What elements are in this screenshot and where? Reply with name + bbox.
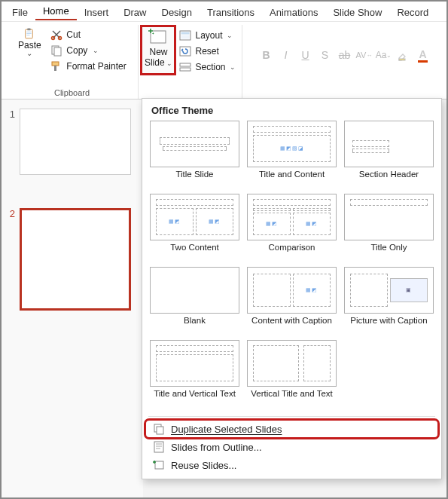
layout-content-with-caption[interactable]: ▦◩ Content with Caption xyxy=(247,267,337,335)
new-slide-button[interactable]: New Slide ⌄ xyxy=(142,26,175,74)
format-painter-button[interactable]: Format Painter xyxy=(49,60,127,73)
group-clipboard: Paste ⌄ Cut Copy ⌄ Format Painter C xyxy=(6,25,139,99)
chevron-down-icon: ⌄ xyxy=(165,60,173,67)
layout-title-slide[interactable]: Title Slide xyxy=(150,121,239,189)
menu-slides-from-outline[interactable]: Slides from Outline... xyxy=(145,438,438,456)
menu-duplicate-selected[interactable]: Duplicate Selected Slides xyxy=(145,420,438,438)
svg-rect-22 xyxy=(154,442,163,452)
svg-rect-8 xyxy=(54,47,61,56)
layout-label: Layout xyxy=(195,30,222,41)
cut-button[interactable]: Cut xyxy=(49,28,127,41)
content-icon: ▦◩ xyxy=(306,221,318,227)
section-label: Section xyxy=(195,62,225,72)
svg-rect-21 xyxy=(157,427,163,434)
content-icon: ▦◩ xyxy=(209,219,221,225)
new-slide-line2: Slide xyxy=(145,57,165,68)
layout-label: Vertical Title and Text xyxy=(247,389,337,409)
tab-animations[interactable]: Animations xyxy=(262,4,325,20)
tab-design[interactable]: Design xyxy=(154,4,200,20)
new-slide-icon xyxy=(148,29,169,47)
slide-number: 2 xyxy=(8,208,15,311)
ribbon: Paste ⌄ Cut Copy ⌄ Format Painter C xyxy=(2,21,446,99)
section-icon xyxy=(179,61,191,73)
reset-label: Reset xyxy=(195,46,218,57)
layout-title-and-vertical-text[interactable]: Title and Vertical Text xyxy=(150,340,239,409)
strikethrough-button[interactable]: ab xyxy=(337,47,352,63)
reset-button[interactable]: Reset xyxy=(178,44,236,58)
layout-label: Title Only xyxy=(344,243,434,262)
change-case-button[interactable]: Aa⌄ xyxy=(376,47,392,63)
group-slides: New Slide ⌄ Layout ⌄ Reset Section xyxy=(139,25,242,99)
copy-button[interactable]: Copy ⌄ xyxy=(49,44,127,57)
tab-draw[interactable]: Draw xyxy=(116,4,154,20)
content-icon: ▦◩ xyxy=(266,221,278,227)
slide-thumb[interactable] xyxy=(20,109,131,175)
layout-icon xyxy=(179,29,191,41)
svg-rect-19 xyxy=(399,59,405,60)
layout-label: Title Slide xyxy=(150,170,239,189)
slide-thumbnail-1[interactable]: 1 xyxy=(8,109,137,175)
reuse-icon xyxy=(153,459,165,471)
layout-label: Title and Content xyxy=(247,170,337,189)
svg-rect-16 xyxy=(180,47,190,56)
chevron-down-icon: ⌄ xyxy=(26,49,32,57)
bold-button[interactable]: B xyxy=(259,47,274,63)
layout-label: Two Content xyxy=(150,243,239,262)
layout-comparison[interactable]: ▦◩▦◩ Comparison xyxy=(247,194,337,262)
svg-rect-18 xyxy=(180,68,190,71)
italic-button[interactable]: I xyxy=(279,47,294,63)
char-spacing-button[interactable]: AV↔ xyxy=(357,47,372,63)
layout-two-content[interactable]: ▦◩▦◩ Two Content xyxy=(150,194,239,262)
format-painter-label: Format Painter xyxy=(66,61,126,72)
paste-icon xyxy=(23,28,35,40)
reset-icon xyxy=(179,45,191,57)
layout-title-and-content[interactable]: ▦◩▧◪ Title and Content xyxy=(247,121,337,189)
underline-button[interactable]: U xyxy=(298,47,313,63)
layout-picture-with-caption[interactable]: ▣ Picture with Caption xyxy=(344,267,434,335)
slide-thumbnail-pane[interactable]: 1 2 xyxy=(2,99,143,497)
svg-rect-9 xyxy=(52,62,59,66)
picture-icon: ▣ xyxy=(406,287,412,293)
slide-thumb-selected[interactable] xyxy=(20,208,131,311)
font-color-button[interactable]: A xyxy=(416,47,431,63)
layout-label: Comparison xyxy=(247,243,337,262)
layout-label: Blank xyxy=(150,316,239,335)
chevron-down-icon: ⌄ xyxy=(93,47,99,54)
menu-label: Slides from Outline... xyxy=(171,442,262,453)
layout-label: Section Header xyxy=(344,170,434,189)
shadow-button[interactable]: S xyxy=(318,47,333,63)
svg-rect-2 xyxy=(27,32,32,32)
layout-section-header[interactable]: Section Header xyxy=(344,121,434,189)
menu-reuse-slides[interactable]: Reuse Slides... xyxy=(145,456,438,474)
tab-transitions[interactable]: Transitions xyxy=(200,4,262,20)
layout-blank[interactable]: Blank xyxy=(150,267,239,335)
highlight-button[interactable] xyxy=(396,47,411,63)
layout-vertical-title-and-text[interactable]: Vertical Title and Text xyxy=(247,340,337,409)
outline-icon xyxy=(153,441,165,453)
tab-insert[interactable]: Insert xyxy=(77,4,117,20)
paste-button[interactable]: Paste ⌄ xyxy=(13,25,46,73)
layout-label: Title and Vertical Text xyxy=(150,389,239,409)
tab-file[interactable]: File xyxy=(5,4,35,20)
tab-record[interactable]: Record xyxy=(389,4,436,20)
svg-rect-1 xyxy=(28,29,31,31)
svg-rect-10 xyxy=(54,66,56,71)
slide-thumbnail-2[interactable]: 2 xyxy=(8,208,137,311)
layout-button[interactable]: Layout ⌄ xyxy=(178,29,236,42)
copy-icon xyxy=(50,44,62,57)
svg-rect-3 xyxy=(27,33,32,34)
tab-slide-show[interactable]: Slide Show xyxy=(325,4,389,20)
section-button[interactable]: Section ⌄ xyxy=(178,60,236,74)
tab-home[interactable]: Home xyxy=(35,2,77,20)
content-icon: ▦◩▧◪ xyxy=(280,145,304,152)
group-clipboard-label: Clipboard xyxy=(54,88,90,99)
paintbrush-icon xyxy=(50,60,62,72)
layout-title-only[interactable]: Title Only xyxy=(344,194,434,262)
chevron-down-icon: ⌄ xyxy=(227,32,233,39)
svg-rect-26 xyxy=(155,461,163,469)
dropdown-theme-header: Office Theme xyxy=(145,103,438,121)
scissors-icon xyxy=(50,29,62,41)
layout-label: Picture with Caption xyxy=(344,316,434,335)
chevron-down-icon: ⌄ xyxy=(230,63,236,71)
duplicate-icon xyxy=(153,423,165,435)
